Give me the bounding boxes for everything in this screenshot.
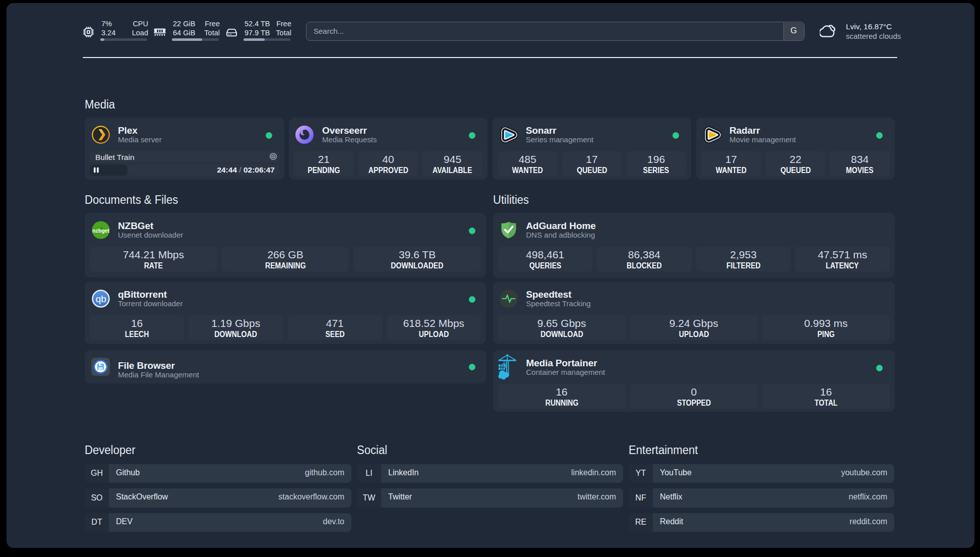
svg-text:nzbget: nzbget [92, 228, 109, 234]
svg-text:qb: qb [96, 294, 106, 304]
